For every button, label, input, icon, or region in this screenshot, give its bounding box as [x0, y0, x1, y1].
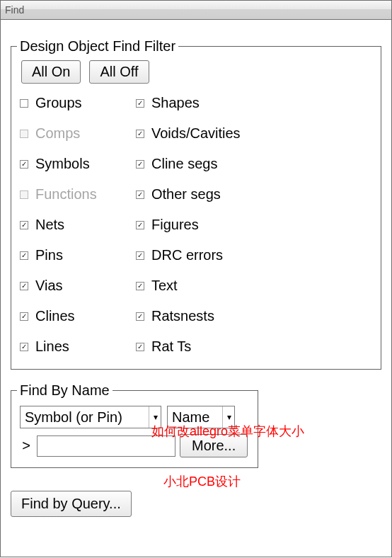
checkbox-cline-segs[interactable]: ✓Cline segs: [136, 156, 277, 172]
checkbox-drc-errors[interactable]: ✓DRC errors: [136, 247, 277, 263]
checkbox-box-icon: ✓: [136, 221, 144, 229]
checkbox-label: Nets: [35, 217, 64, 233]
checkbox-box-icon: ✓: [20, 343, 28, 351]
checkbox-label: Shapes: [151, 95, 200, 111]
checkbox-box-icon: ✓: [20, 221, 28, 229]
checkbox-label: Cline segs: [151, 156, 217, 172]
checkbox-nets[interactable]: ✓Nets: [20, 217, 133, 233]
checkbox-label: Voids/Cavities: [151, 125, 241, 142]
checkbox-box-icon: ✓: [136, 282, 144, 290]
checkbox-box-icon: ✓: [20, 251, 28, 260]
checkbox-clines[interactable]: ✓Clines: [20, 308, 133, 324]
chevron-down-icon: ▾: [149, 406, 158, 428]
checkbox-box-icon: ✓: [136, 190, 144, 199]
checkbox-box-icon: ✓: [20, 160, 28, 169]
prompt-label: >: [20, 438, 33, 454]
checkbox-label: DRC errors: [151, 247, 223, 263]
checkbox-box-icon: [20, 190, 28, 199]
checkbox-comps: Comps: [20, 125, 133, 142]
checkbox-ratsnests[interactable]: ✓Ratsnests: [136, 308, 277, 324]
checkbox-box-icon: ✓: [136, 130, 144, 138]
checkbox-rat-ts[interactable]: ✓Rat Ts: [136, 338, 277, 355]
more-button[interactable]: More...: [180, 434, 248, 457]
design-object-find-filter-group: Design Object Find Filter All On All Off…: [11, 38, 381, 370]
checkbox-figures[interactable]: ✓Figures: [136, 217, 277, 233]
find-by-name-group: Find By Name Symbol (or Pin) ▾ Name ▾ > …: [11, 382, 258, 468]
checkbox-box-icon: ✓: [136, 312, 144, 321]
checkbox-box-icon: ✓: [20, 312, 28, 321]
checkbox-functions: Functions: [20, 186, 133, 203]
chevron-down-icon: ▾: [222, 406, 231, 428]
find-by-name-legend: Find By Name: [17, 382, 113, 399]
checkbox-label: Ratsnests: [151, 308, 214, 324]
filter-legend: Design Object Find Filter: [17, 38, 178, 55]
window-title: Find: [5, 4, 24, 16]
checkbox-lines[interactable]: ✓Lines: [20, 338, 133, 355]
checkbox-other-segs[interactable]: ✓Other segs: [136, 186, 277, 203]
checkbox-label: Pins: [35, 247, 63, 263]
checkbox-box-icon: ✓: [136, 343, 144, 351]
panel-body: Design Object Find Filter All On All Off…: [0, 20, 392, 557]
checkbox-box-icon: [20, 130, 28, 138]
checkbox-label: Clines: [35, 308, 75, 324]
checkbox-label: Text: [151, 278, 178, 294]
checkbox-symbols[interactable]: ✓Symbols: [20, 156, 133, 172]
all-off-button[interactable]: All Off: [89, 60, 149, 84]
checkbox-label: Figures: [151, 217, 199, 233]
checkbox-voids-cavities[interactable]: ✓Voids/Cavities: [136, 125, 277, 142]
all-on-button[interactable]: All On: [21, 60, 81, 84]
field-select-value: Name: [172, 409, 209, 426]
checkbox-shapes[interactable]: ✓Shapes: [136, 95, 277, 111]
checkbox-box-icon: [20, 99, 28, 108]
checkbox-vias[interactable]: ✓Vias: [20, 278, 133, 294]
field-select[interactable]: Name ▾: [167, 406, 235, 428]
checkbox-box-icon: ✓: [136, 99, 144, 108]
type-select-value: Symbol (or Pin): [25, 409, 122, 426]
find-name-input[interactable]: [37, 435, 175, 457]
checkbox-label: Comps: [35, 125, 80, 142]
find-by-query-button[interactable]: Find by Query...: [11, 491, 132, 517]
checkbox-label: Other segs: [151, 186, 221, 203]
checkbox-groups[interactable]: Groups: [20, 95, 133, 111]
checkbox-label: Vias: [35, 278, 63, 294]
checkbox-text[interactable]: ✓Text: [136, 278, 277, 294]
checkbox-label: Functions: [35, 186, 97, 203]
annotation-text: 小北PCB设计: [163, 473, 241, 490]
checkbox-label: Lines: [35, 338, 69, 355]
checkbox-label: Symbols: [35, 156, 90, 172]
checkbox-box-icon: ✓: [20, 282, 28, 290]
checkbox-pins[interactable]: ✓Pins: [20, 247, 133, 263]
type-select[interactable]: Symbol (or Pin) ▾: [20, 406, 161, 428]
checkbox-label: Groups: [35, 95, 82, 111]
window-titlebar: Find: [0, 0, 392, 20]
checkbox-label: Rat Ts: [151, 338, 191, 355]
checkbox-box-icon: ✓: [136, 160, 144, 169]
checkbox-box-icon: ✓: [136, 251, 144, 260]
